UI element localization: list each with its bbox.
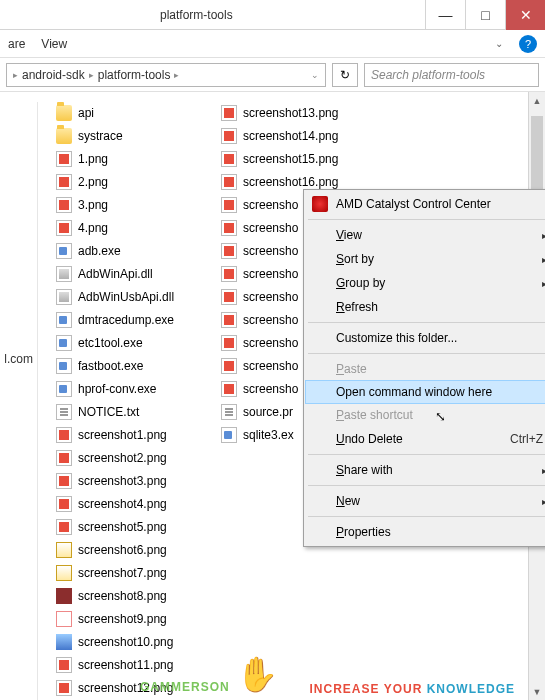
breadcrumb-item[interactable]: platform-tools	[98, 68, 171, 82]
file-item[interactable]: screenshot5.png	[56, 516, 203, 537]
file-item[interactable]: screenshot9.png	[56, 608, 203, 629]
file-item[interactable]: 2.png	[56, 171, 203, 192]
help-button[interactable]: ?	[519, 35, 537, 53]
png-icon	[221, 105, 237, 121]
png-icon	[221, 312, 237, 328]
ctx-share-with[interactable]: Share with▸	[306, 458, 545, 482]
file-item[interactable]: screenshot6.png	[56, 539, 203, 560]
menu-share[interactable]: are	[8, 37, 25, 51]
ctx-group-by[interactable]: Group by▸	[306, 271, 545, 295]
file-item[interactable]: screenshot1.png	[56, 424, 203, 445]
minimize-button[interactable]: —	[425, 0, 465, 30]
ctx-amd-catalyst[interactable]: AMD Catalyst Control Center	[306, 192, 545, 216]
exe-icon	[56, 381, 72, 397]
exe-icon	[56, 243, 72, 259]
file-item[interactable]: NOTICE.txt	[56, 401, 203, 422]
ctx-separator	[308, 322, 545, 323]
png-icon	[56, 519, 72, 535]
ctx-undo-delete[interactable]: Undo DeleteCtrl+Z	[306, 427, 545, 451]
breadcrumb-sep: ▸	[174, 70, 179, 80]
ctx-paste: Paste	[306, 357, 545, 381]
file-name: screenshot7.png	[78, 566, 167, 580]
file-item[interactable]: screenshot15.png	[221, 148, 368, 169]
file-item[interactable]: 3.png	[56, 194, 203, 215]
file-item[interactable]: AdbWinApi.dll	[56, 263, 203, 284]
png-icon	[221, 381, 237, 397]
scroll-down-icon[interactable]: ▼	[529, 683, 545, 700]
file-name: hprof-conv.exe	[78, 382, 157, 396]
ctx-refresh[interactable]: Refresh	[306, 295, 545, 319]
file-name: 1.png	[78, 152, 108, 166]
file-item[interactable]: screenshot4.png	[56, 493, 203, 514]
file-item[interactable]: screenshot7.png	[56, 562, 203, 583]
png-icon	[221, 197, 237, 213]
dll-icon	[56, 266, 72, 282]
txt-icon	[221, 404, 237, 420]
file-item[interactable]: screenshot2.png	[56, 447, 203, 468]
png-icon	[56, 680, 72, 696]
file-item[interactable]: screenshot13.png	[221, 102, 368, 123]
file-item[interactable]: etc1tool.exe	[56, 332, 203, 353]
file-name: screensho	[243, 198, 298, 212]
ctx-view[interactable]: View▸	[306, 223, 545, 247]
breadcrumb-sep: ▸	[89, 70, 94, 80]
file-name: systrace	[78, 129, 123, 143]
exe-icon	[56, 312, 72, 328]
ctx-open-command-window[interactable]: Open command window here	[305, 380, 545, 404]
window-titlebar: platform-tools — □ ✕	[0, 0, 545, 30]
file-name: screenshot16.png	[243, 175, 338, 189]
file-name: source.pr	[243, 405, 293, 419]
close-button[interactable]: ✕	[505, 0, 545, 30]
search-input[interactable]: Search platform-tools	[364, 63, 539, 87]
file-name: AdbWinUsbApi.dll	[78, 290, 174, 304]
png-icon	[221, 289, 237, 305]
scroll-up-icon[interactable]: ▲	[529, 92, 545, 109]
file-item[interactable]: hprof-conv.exe	[56, 378, 203, 399]
file-name: etc1tool.exe	[78, 336, 143, 350]
menu-bar: are View ⌄ ?	[0, 30, 545, 58]
ctx-properties[interactable]: Properties	[306, 520, 545, 544]
chevron-down-icon[interactable]: ⌄	[495, 38, 503, 49]
file-item[interactable]: screenshot3.png	[56, 470, 203, 491]
file-item[interactable]: 4.png	[56, 217, 203, 238]
misc2-icon	[56, 588, 72, 604]
png-icon	[56, 657, 72, 673]
file-name: AdbWinApi.dll	[78, 267, 153, 281]
ctx-new[interactable]: New▸	[306, 489, 545, 513]
ctx-sort-by[interactable]: Sort by▸	[306, 247, 545, 271]
file-name: screenshot1.png	[78, 428, 167, 442]
file-item[interactable]: dmtracedump.exe	[56, 309, 203, 330]
breadcrumb-sep: ▸	[13, 70, 18, 80]
file-item[interactable]: adb.exe	[56, 240, 203, 261]
ctx-customize-folder[interactable]: Customize this folder...	[306, 326, 545, 350]
png-icon	[221, 174, 237, 190]
maximize-button[interactable]: □	[465, 0, 505, 30]
cursor-icon: ⤡	[435, 409, 446, 424]
misc1-icon	[56, 565, 72, 581]
file-name: screenshot8.png	[78, 589, 167, 603]
file-name: 3.png	[78, 198, 108, 212]
misc4-icon	[56, 634, 72, 650]
breadcrumb-item[interactable]: android-sdk	[22, 68, 85, 82]
file-item[interactable]: systrace	[56, 125, 203, 146]
file-item[interactable]: screenshot10.png	[56, 631, 203, 652]
file-name: screenshot4.png	[78, 497, 167, 511]
menu-view[interactable]: View	[41, 37, 67, 51]
file-item[interactable]: screenshot8.png	[56, 585, 203, 606]
file-item[interactable]: screenshot14.png	[221, 125, 368, 146]
file-name: api	[78, 106, 94, 120]
breadcrumb-dropdown-icon[interactable]: ⌄	[311, 70, 319, 80]
ctx-separator	[308, 219, 545, 220]
file-item[interactable]: 1.png	[56, 148, 203, 169]
file-item[interactable]: api	[56, 102, 203, 123]
breadcrumb[interactable]: ▸ android-sdk ▸ platform-tools ▸ ⌄	[6, 63, 326, 87]
file-item[interactable]: AdbWinUsbApi.dll	[56, 286, 203, 307]
ctx-separator	[308, 353, 545, 354]
txt-icon	[56, 404, 72, 420]
refresh-button[interactable]: ↻	[332, 63, 358, 87]
png-icon	[56, 197, 72, 213]
file-item[interactable]: fastboot.exe	[56, 355, 203, 376]
dll-icon	[56, 289, 72, 305]
exe-icon	[221, 427, 237, 443]
file-name: screensho	[243, 313, 298, 327]
